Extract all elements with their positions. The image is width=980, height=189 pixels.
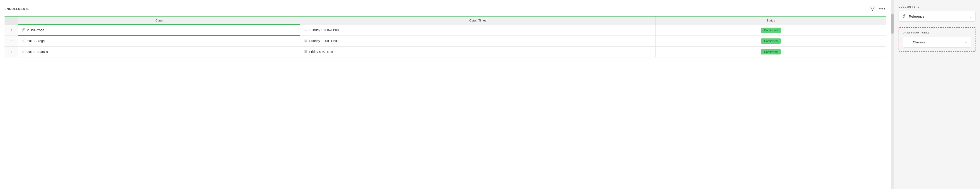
link-icon	[22, 50, 25, 54]
more-icon: •••	[879, 6, 886, 12]
status-cell: Confirmed	[655, 46, 886, 57]
panel-header: ENROLLMENTS •••	[5, 5, 886, 12]
class-times-value: Sunday 10:00–11:00	[309, 39, 339, 43]
table-container: Class Class_Times Status 1	[5, 16, 886, 184]
filter-icon	[870, 6, 875, 11]
class-value: 2019F-Stars-B	[27, 50, 48, 54]
status-cell: Confirmed	[655, 25, 886, 36]
chevron-down-icon: ⌄	[969, 14, 972, 19]
status-badge: Confirmed	[761, 49, 781, 55]
class-cell[interactable]: 2019F-Stars-B	[18, 46, 300, 57]
list-icon	[304, 28, 307, 32]
table-row[interactable]: 2 2019S-Yoga	[5, 36, 886, 46]
table-row[interactable]: 3 2019F-Stars-B	[5, 46, 886, 57]
list-icon	[304, 39, 307, 43]
col-header-status[interactable]: Status	[655, 16, 886, 25]
svg-marker-0	[870, 7, 875, 11]
filter-button[interactable]	[870, 6, 875, 12]
table-header-row: Class Class_Times Status	[5, 16, 886, 25]
status-badge: Confirmed	[761, 38, 781, 44]
class-value: 2019S-Yoga	[27, 39, 45, 43]
row-num-cell: 3	[5, 46, 18, 57]
class-value: 2019F-Yoga	[27, 28, 44, 32]
class-cell[interactable]: 2019F-Yoga	[18, 25, 300, 36]
chevron-down-icon: ⌄	[964, 40, 967, 44]
list-icon	[304, 50, 307, 54]
row-num-cell: 1	[5, 25, 18, 36]
row-num-cell: 2	[5, 36, 18, 46]
link-icon	[22, 28, 25, 32]
data-from-table-label: DATA FROM TABLE	[903, 31, 971, 34]
class-times-value: Friday 5:30–6:25	[309, 50, 333, 54]
col-header-row-num	[5, 16, 18, 25]
class-link-cell: 2019F-Stars-B	[22, 50, 296, 54]
scrollbar[interactable]	[891, 0, 894, 189]
status-cell: Confirmed	[655, 36, 886, 46]
class-times-link-cell: Friday 5:30–6:25	[304, 50, 652, 54]
column-type-value: Reference	[909, 14, 966, 18]
header-icons: •••	[870, 5, 886, 12]
panel-title: ENROLLMENTS	[5, 7, 30, 11]
link-icon	[22, 39, 25, 43]
col-header-class-times[interactable]: Class_Times	[300, 16, 655, 25]
table-grid-icon	[907, 39, 911, 44]
reference-icon	[902, 14, 907, 19]
class-cell[interactable]: 2019S-Yoga	[18, 36, 300, 46]
class-times-cell: Friday 5:30–6:25	[300, 46, 655, 57]
svg-rect-20	[907, 40, 910, 43]
class-times-cell: Sunday 10:00–11:00	[300, 36, 655, 46]
class-link-cell: 2019S-Yoga	[22, 39, 296, 43]
more-button[interactable]: •••	[879, 5, 886, 12]
class-times-value: Sunday 10:00–11:00	[309, 28, 339, 32]
status-badge: Confirmed	[761, 28, 781, 33]
main-panel: ENROLLMENTS ••• Class Class_Times	[0, 0, 891, 189]
class-times-link-cell: Sunday 10:00–11:00	[304, 28, 652, 32]
class-link-cell: 2019F-Yoga	[22, 28, 297, 32]
enrollments-table: Class Class_Times Status 1	[5, 16, 886, 57]
class-times-cell: Sunday 10:00–11:00	[300, 25, 655, 36]
column-type-label: COLUMN TYPE	[899, 5, 975, 8]
table-row[interactable]: 1 2019F-Yoga	[5, 25, 886, 36]
data-from-table-dropdown[interactable]: Classes ⌄	[903, 37, 971, 47]
data-from-table-section: DATA FROM TABLE Classes ⌄	[899, 27, 975, 52]
class-times-link-cell: Sunday 10:00–11:00	[304, 39, 652, 43]
scrollbar-thumb[interactable]	[891, 14, 894, 34]
col-header-class[interactable]: Class	[18, 16, 300, 25]
right-panel: COLUMN TYPE Reference ⌄ DATA FROM TABLE	[894, 0, 980, 189]
column-type-section: COLUMN TYPE Reference ⌄	[899, 5, 975, 22]
data-from-table-value: Classes	[913, 40, 962, 44]
column-type-dropdown[interactable]: Reference ⌄	[899, 11, 975, 22]
